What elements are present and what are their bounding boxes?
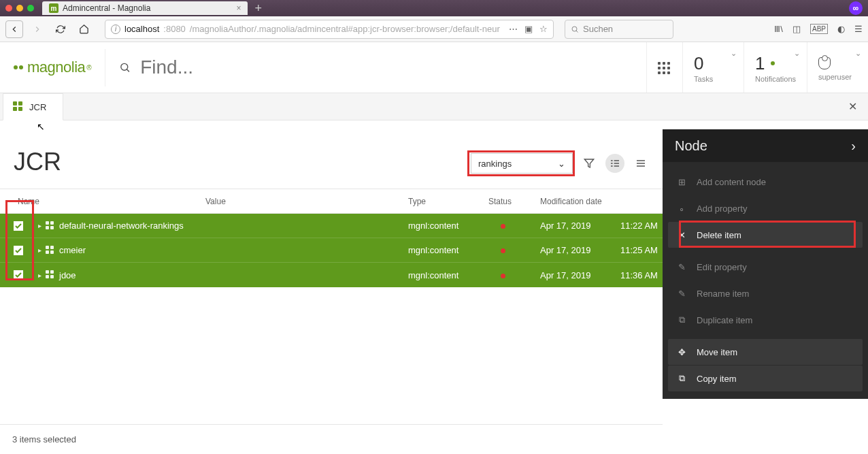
expand-icon[interactable]: ▸: [38, 272, 41, 279]
url-host: localhost: [124, 24, 159, 34]
status-bar: 3 items selected: [0, 424, 663, 454]
workspace-select[interactable]: rankings ⌄: [471, 153, 573, 174]
row-time: 11:22 AM: [616, 221, 660, 231]
rename-icon: ✎: [676, 288, 687, 299]
action-delete[interactable]: ✕ Delete item: [668, 222, 863, 248]
view-controls: rankings ⌄: [471, 153, 650, 174]
user-label: superuser: [818, 73, 857, 81]
action-add-node: ⊞ Add content node: [668, 169, 863, 195]
window-controls[interactable]: [5, 5, 34, 12]
minimize-window-icon[interactable]: [16, 5, 23, 12]
expand-icon[interactable]: ▸: [38, 222, 41, 229]
extension-badge-icon[interactable]: ∞: [849, 1, 863, 15]
jcr-table: Name Value Type Status Modification date…: [0, 189, 663, 287]
user-icon: [818, 57, 831, 69]
action-label: Add property: [697, 204, 747, 214]
browser-titlebar: m Admincentral - Magnolia × + ∞: [0, 0, 868, 16]
col-name: Name: [14, 197, 201, 206]
col-type: Type: [404, 197, 484, 206]
browser-tab[interactable]: m Admincentral - Magnolia ×: [42, 1, 248, 15]
row-type: mgnl:content: [404, 221, 484, 231]
table-row[interactable]: ▸ jdoe mgnl:content Apr 17, 2019 11:36 A…: [0, 263, 663, 287]
edit-icon: ✎: [676, 261, 687, 272]
unread-dot-icon: [771, 61, 775, 65]
action-add-property: ∘ Add property: [668, 195, 863, 221]
tree-view-button[interactable]: [605, 154, 624, 173]
logo[interactable]: magnolia®: [0, 59, 105, 76]
find-bar[interactable]: [105, 49, 513, 86]
site-info-icon[interactable]: i: [111, 25, 120, 34]
tasks-label: Tasks: [694, 75, 733, 83]
node-icon: [46, 270, 55, 280]
url-port: :8080: [163, 24, 186, 34]
close-tab-icon[interactable]: ×: [236, 3, 241, 13]
back-button[interactable]: [5, 20, 23, 38]
forward-button: [29, 20, 46, 38]
abp-icon[interactable]: ABP: [810, 24, 828, 34]
notifications-cell[interactable]: ⌄ 1 Notifications: [744, 42, 807, 93]
panel-body: ⊞ Add content node ∘ Add property ✕ Dele…: [663, 162, 868, 399]
user-cell[interactable]: ⌄ superuser: [807, 42, 868, 93]
browser-search[interactable]: Suchen: [565, 20, 673, 39]
jcr-tab-icon: [13, 101, 24, 112]
table-row[interactable]: ▸ cmeier mgnl:content Apr 17, 2019 11:25…: [0, 238, 663, 263]
row-checkbox[interactable]: [14, 270, 23, 280]
action-panel: Node › ⊞ Add content node ∘ Add property…: [663, 129, 868, 399]
tasks-cell[interactable]: ⌄ 0 Tasks: [682, 42, 744, 93]
col-value: Value: [201, 197, 404, 206]
delete-icon: ✕: [676, 229, 687, 240]
list-view-button[interactable]: [631, 154, 650, 173]
table-row[interactable]: ▸ default-neural-network-rankings mgnl:c…: [0, 214, 663, 238]
library-icon[interactable]: Ⅲ\: [774, 24, 783, 34]
panel-header[interactable]: Node ›: [663, 129, 868, 162]
row-checkbox[interactable]: [14, 221, 23, 231]
action-label: Copy item: [697, 374, 737, 384]
page-actions-icon[interactable]: ⋯: [509, 24, 518, 34]
action-move[interactable]: ✥ Move item: [668, 339, 863, 365]
maximize-window-icon[interactable]: [27, 5, 34, 12]
chevron-down-icon: ⌄: [794, 49, 800, 58]
expand-icon[interactable]: ▸: [38, 246, 41, 254]
row-type: mgnl:content: [404, 245, 484, 255]
header-right: ⌄ 0 Tasks ⌄ 1 Notifications ⌄ superuser: [646, 42, 868, 93]
row-type: mgnl:content: [404, 270, 484, 280]
tab-jcr[interactable]: JCR: [3, 93, 63, 120]
duplicate-icon: ⧉: [676, 314, 687, 325]
reader-icon[interactable]: ▣: [524, 24, 533, 34]
notifications-label: Notifications: [755, 75, 796, 83]
apps-launcher[interactable]: [646, 42, 682, 93]
sidebar-icon[interactable]: ◫: [792, 24, 801, 34]
apps-grid-icon: [658, 62, 671, 76]
toolbar-right: Ⅲ\ ◫ ABP ◐ ☰: [774, 24, 863, 34]
action-copy[interactable]: ⧉ Copy item: [668, 366, 863, 391]
row-time: 11:36 AM: [616, 270, 660, 280]
chevron-right-icon[interactable]: ›: [851, 138, 856, 154]
close-window-icon[interactable]: [5, 5, 12, 12]
copy-icon: ⧉: [676, 373, 687, 384]
add-property-icon: ∘: [676, 203, 687, 214]
url-actions: ⋯ ▣ ☆: [509, 24, 548, 34]
action-label: Duplicate item: [697, 315, 752, 325]
chevron-down-icon: ⌄: [855, 49, 861, 58]
bookmark-icon[interactable]: ☆: [539, 24, 548, 34]
new-tab-button[interactable]: +: [254, 1, 262, 16]
filter-button[interactable]: [580, 154, 599, 173]
find-input[interactable]: [140, 56, 499, 78]
action-panel-wrap: Node › ⊞ Add content node ∘ Add property…: [663, 129, 868, 454]
move-icon: ✥: [676, 346, 687, 357]
node-icon: [46, 221, 55, 231]
addon-icon[interactable]: ◐: [837, 24, 845, 34]
row-checkbox[interactable]: [14, 246, 23, 255]
action-label: Move item: [697, 347, 737, 357]
home-button[interactable]: [75, 20, 93, 38]
close-app-icon[interactable]: ✕: [848, 100, 857, 113]
action-duplicate: ⧉ Duplicate item: [668, 307, 863, 333]
url-bar[interactable]: i localhost:8080/magnoliaAuthor/.magnoli…: [105, 20, 554, 39]
search-icon: [119, 61, 131, 74]
action-label: Edit property: [697, 262, 747, 272]
browser-toolbar: i localhost:8080/magnoliaAuthor/.magnoli…: [0, 16, 868, 42]
row-date: Apr 17, 2019: [536, 270, 616, 280]
reload-button[interactable]: [52, 20, 69, 38]
menu-icon[interactable]: ☰: [854, 24, 863, 34]
col-status: Status: [484, 197, 536, 206]
